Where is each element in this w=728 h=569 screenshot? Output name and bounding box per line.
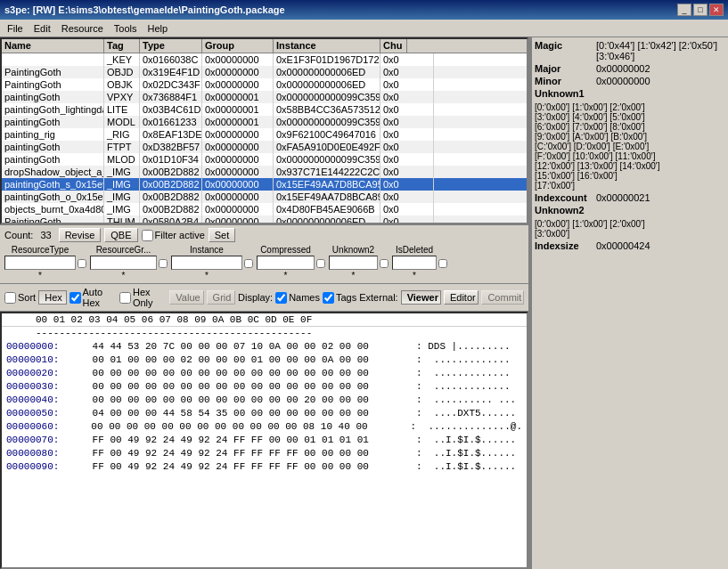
td-name: objects_burnt_0xa4d80fb45...: [2, 203, 104, 215]
sort-checkbox-label[interactable]: Sort: [4, 292, 36, 304]
table-body[interactable]: _KEY 0x0166038C 0x00000000 0xE1F3F01D196…: [2, 53, 527, 223]
revise-button[interactable]: Revise: [59, 228, 102, 242]
hex-row: 00000000: 44 44 53 20 7C 00 00 00 07 10 …: [6, 340, 522, 354]
commit-button[interactable]: Commit: [481, 290, 524, 305]
editor-button[interactable]: Editor: [444, 290, 479, 305]
col-filter-unknown2-check[interactable]: [380, 259, 389, 268]
value-button[interactable]: Value: [169, 290, 203, 305]
col-filter-resourcegr-input[interactable]: [90, 256, 157, 270]
menu-file[interactable]: File: [2, 21, 29, 36]
col-filter-resourcetype-check[interactable]: [78, 259, 86, 268]
hex-only-checkbox[interactable]: [119, 292, 131, 304]
col-header-type: Type: [140, 39, 202, 53]
col-filter-resourcegr-star: *: [90, 271, 157, 280]
minimize-button[interactable]: _: [677, 4, 691, 16]
td-tag: MODL: [104, 116, 140, 128]
table-row[interactable]: _KEY 0x0166038C 0x00000000 0xE1F3F01D196…: [2, 53, 527, 66]
hex-bytes: FF 00 49 92 24 49 92 24 FF FF FF FF 00 0…: [86, 460, 416, 474]
hex-only-checkbox-label[interactable]: Hex Only: [119, 287, 167, 308]
names-checkbox[interactable]: [275, 292, 287, 304]
hex-ascii: : ..I.$I.$......: [416, 447, 516, 460]
menu-help[interactable]: Help: [142, 21, 173, 36]
menu-tools[interactable]: Tools: [109, 21, 143, 36]
filter-active-checkbox[interactable]: [142, 230, 153, 241]
td-type: 0x02DC343F: [140, 78, 202, 91]
table-row[interactable]: paintingGoth MODL 0x01661233 0x00000001 …: [2, 116, 527, 128]
close-button[interactable]: ✕: [709, 4, 724, 16]
table-row[interactable]: paintingGoth MLOD 0x01D10F34 0x00000000 …: [2, 153, 527, 166]
filter-active-label: Filter active: [155, 230, 205, 240]
tags-label: Tags: [336, 292, 356, 303]
set-button[interactable]: Set: [209, 228, 236, 242]
col-header-name: Name: [2, 39, 104, 53]
col-header-instance: Instance: [274, 39, 380, 53]
qbe-button[interactable]: QBE: [104, 228, 137, 242]
prop-unknown2: Unknown2 [0:'0x00'] [1:'0x00'] [2:'0x00'…: [535, 205, 725, 239]
table-header: Name Tag Type Group Instance Chu: [2, 39, 527, 53]
names-checkbox-label[interactable]: Names: [275, 292, 320, 304]
filter-active-checkbox-label[interactable]: Filter active: [142, 230, 205, 241]
table-row[interactable]: paintingGoth FTPT 0xD382BF57 0x00000000 …: [2, 141, 527, 153]
hex-body[interactable]: ----------------------------------------…: [2, 327, 527, 567]
auto-hex-checkbox-label[interactable]: Auto Hex: [70, 287, 117, 308]
tags-checkbox-label[interactable]: Tags: [323, 292, 356, 304]
col-filter-resourcegr-check[interactable]: [159, 259, 168, 268]
col-filter-isdeleted-input[interactable]: [392, 256, 437, 270]
col-filter-unknown2-input[interactable]: [329, 256, 378, 270]
table-row[interactable]: paintingGoth_lightingdata LITE 0x03B4C61…: [2, 103, 527, 116]
hex-addr: 00000030:: [6, 380, 86, 394]
td-chunk: 0x0: [380, 66, 434, 78]
table-row[interactable]: painting_rig _RIG 0x8EAF13DE 0x00000000 …: [2, 128, 527, 141]
menu-edit[interactable]: Edit: [29, 21, 56, 36]
viewer-button[interactable]: Viewer: [401, 290, 441, 305]
tags-checkbox[interactable]: [323, 292, 334, 304]
properties-panel: Magic [0:'0x44'] [1:'0x42'] [2:'0x50'][3…: [530, 37, 728, 569]
prop-indexsize-val: 0x00000424: [596, 240, 650, 251]
hex-row: 00000060: 00 00 00 00 00 00 00 00 00 00 …: [6, 420, 522, 434]
col-filter-compressed: Compressed *: [257, 245, 315, 280]
td-type: 0xD382BF57: [140, 141, 202, 153]
hex-bytes: FF 00 49 92 24 49 92 24 FF FF 00 00 01 0…: [86, 434, 416, 447]
td-tag: _IMG: [104, 203, 140, 215]
col-filter-instance-input[interactable]: [171, 256, 242, 270]
td-name: PaintingGoth: [2, 215, 104, 223]
table-row[interactable]: PaintingGoth OBJK 0x02DC343F 0x00000000 …: [2, 78, 527, 91]
td-instance: 0x15EF49AA7D8BCA95: [274, 178, 380, 191]
td-type: 0x8EAF13DE: [140, 128, 202, 141]
hex-ascii: : ..I.$I.$......: [416, 460, 516, 474]
hex-addr: 00000040:: [6, 394, 86, 407]
td-tag: _IMG: [104, 191, 140, 203]
hex-ascii: : .......... ...: [416, 394, 516, 407]
prop-minor-key: Minor: [535, 76, 593, 86]
sort-checkbox[interactable]: [4, 292, 16, 304]
prop-indexsize: Indexsize 0x00000424: [535, 240, 725, 251]
table-row[interactable]: PaintingGoth THUM 0x0580A2B4 0x00000000 …: [2, 215, 527, 223]
prop-major-val: 0x00000002: [596, 63, 650, 74]
maximize-button[interactable]: □: [693, 4, 708, 16]
table-row[interactable]: paintingGoth_s_0x15ef49aa... _IMG 0x00B2…: [2, 178, 527, 191]
td-group: 0x00000000: [202, 78, 274, 91]
menu-resource[interactable]: Resource: [56, 21, 109, 36]
td-tag: THUM: [104, 215, 140, 223]
hex-button[interactable]: Hex: [38, 290, 66, 305]
table-row[interactable]: objects_burnt_0xa4d80fb45... _IMG 0x00B2…: [2, 203, 527, 215]
td-chunk: 0x0: [380, 103, 434, 116]
td-group: 0x00000000: [202, 66, 274, 78]
col-filter-compressed-check[interactable]: [316, 259, 325, 268]
col-filter-resourcetype-input[interactable]: [4, 256, 76, 270]
td-group: 0x00000001: [202, 116, 274, 128]
auto-hex-checkbox[interactable]: [70, 292, 81, 304]
td-instance: 0xFA5A910D0E0E492F: [274, 141, 380, 153]
td-tag: OBJD: [104, 66, 140, 78]
hex-addr: 00000020:: [6, 367, 86, 380]
td-name: paintingGoth_s_0x15ef49aa...: [2, 178, 104, 191]
col-filter-instance-check[interactable]: [244, 259, 253, 268]
col-filter-compressed-input[interactable]: [257, 256, 315, 270]
table-row[interactable]: PaintingGoth OBJD 0x319E4F1D 0x00000000 …: [2, 66, 527, 78]
table-row[interactable]: dropShadow_object_a_0x9... _IMG 0x00B2D8…: [2, 166, 527, 178]
col-filter-isdeleted-check[interactable]: [438, 259, 447, 268]
grid-button[interactable]: Grid: [207, 290, 235, 305]
table-row[interactable]: paintingGoth_o_0x15ef49aa... _IMG 0x00B2…: [2, 191, 527, 203]
hex-bytes: 00 01 00 00 00 02 00 00 00 01 00 00 00 0…: [86, 354, 416, 367]
table-row[interactable]: paintingGoth VPXY 0x736884F1 0x00000001 …: [2, 91, 527, 103]
